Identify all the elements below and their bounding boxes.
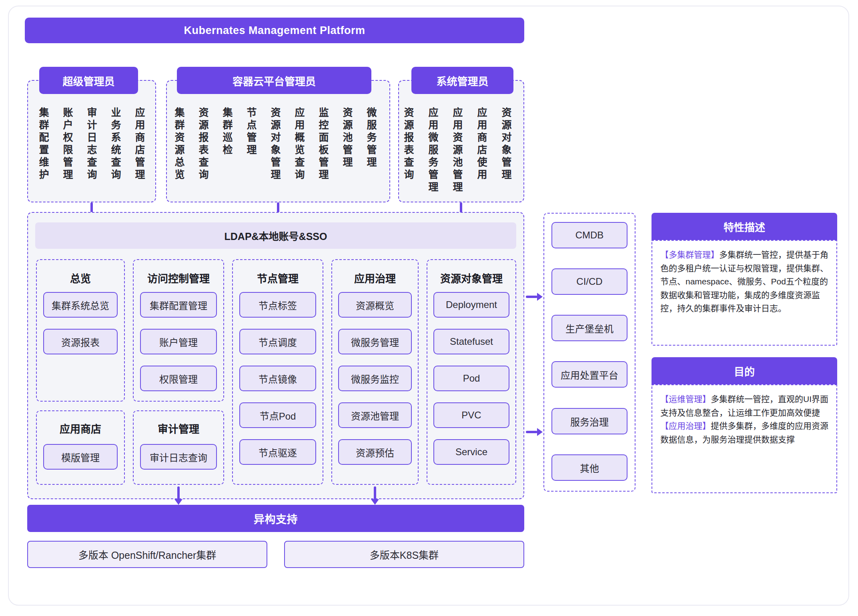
module-chip: 节点Pod bbox=[239, 402, 316, 428]
module-chip: 审计日志查询 bbox=[140, 444, 217, 470]
role-capability: 资源池管理 bbox=[342, 107, 354, 169]
kubernetes-platform-diagram: Kubernates Management Platform 超级管理员 集群配… bbox=[0, 0, 858, 616]
role-capability: 监控面板管理 bbox=[318, 107, 330, 182]
role-capability: 集群配置维护 bbox=[38, 107, 50, 182]
module-chip: Service bbox=[433, 439, 509, 465]
integration-chip: 其他 bbox=[551, 454, 627, 481]
integrations-column bbox=[543, 213, 635, 492]
hetero-support-banner: 异构支持 bbox=[27, 505, 524, 532]
purpose-entry: 【运维管理】多集群统一管控，直观的UI界面支持及信息整合，让运维工作更加高效便捷 bbox=[660, 392, 828, 419]
module-chip: 节点驱逐 bbox=[239, 439, 316, 465]
purpose-panel-title: 目的 bbox=[652, 357, 837, 384]
role-capability: 资源对象管理 bbox=[270, 107, 282, 182]
role-capability: 应用微服务管理 bbox=[428, 107, 440, 194]
role-capability: 应用商店使用 bbox=[477, 107, 489, 182]
role-capability: 业务系统查询 bbox=[110, 107, 122, 182]
module-chip: Statefuset bbox=[433, 329, 509, 354]
module-title: 应用商店 bbox=[36, 421, 125, 436]
module-chip: 节点镜像 bbox=[239, 366, 316, 391]
module-chip: 集群配置管理 bbox=[140, 292, 217, 318]
module-chip: 节点标签 bbox=[239, 292, 316, 318]
module-title: 总览 bbox=[36, 270, 125, 285]
integration-chip: 应用处置平台 bbox=[551, 361, 627, 388]
role-capability: 资源报表查询 bbox=[403, 107, 415, 182]
feature-panel-body: 【多集群管理】多集群统一管控，提供基于角色的多租户统一认证与权限管理，提供集群、… bbox=[652, 240, 837, 346]
purpose-panel-body: 【运维管理】多集群统一管控，直观的UI界面支持及信息整合，让运维工作更加高效便捷… bbox=[652, 384, 837, 493]
module-chip: 资源池管理 bbox=[338, 402, 412, 428]
role-capability: 应用资源池管理 bbox=[452, 107, 464, 194]
role-header-system-admin: 系统管理员 bbox=[411, 67, 513, 94]
auth-bar: LDAP&本地账号&SSO bbox=[35, 222, 516, 249]
module-title: 应用治理 bbox=[331, 270, 419, 285]
module-chip: 微服务管理 bbox=[338, 329, 412, 354]
module-chip: Deployment bbox=[433, 292, 509, 318]
purpose-tag: 【运维管理】 bbox=[660, 394, 711, 404]
role-capability: 微服务管理 bbox=[366, 107, 378, 169]
module-title: 审计管理 bbox=[133, 421, 224, 436]
module-chip: 权限管理 bbox=[140, 366, 217, 391]
role-header-platform-admin: 容器云平台管理员 bbox=[177, 67, 371, 94]
integration-chip: 生产堡垒机 bbox=[551, 315, 627, 341]
feature-tag: 【多集群管理】 bbox=[660, 250, 719, 259]
module-chip: 资源报表 bbox=[43, 329, 118, 354]
feature-panel-title: 特性描述 bbox=[652, 213, 837, 240]
flow-arrow-down bbox=[174, 486, 182, 505]
integration-chip: CMDB bbox=[551, 222, 627, 248]
flow-arrow-right bbox=[526, 293, 543, 301]
hetero-cluster-k8s: 多版本K8S集群 bbox=[284, 541, 524, 568]
module-chip: 模版管理 bbox=[43, 444, 118, 470]
role-capability: 节点管理 bbox=[246, 107, 258, 157]
flow-arrow-right bbox=[526, 428, 543, 436]
role-capability: 应用商店管理 bbox=[134, 107, 146, 182]
flow-arrow-down bbox=[371, 486, 379, 505]
feature-text: 多集群统一管控，提供基于角色的多租户统一认证与权限管理，提供集群、节点、name… bbox=[660, 250, 828, 313]
role-capability: 集群巡检 bbox=[222, 107, 234, 157]
purpose-tag: 【应用治理】 bbox=[660, 421, 711, 430]
role-capability: 资源报表查询 bbox=[198, 107, 210, 182]
role-capability: 资源对象管理 bbox=[501, 107, 513, 182]
module-title: 资源对象管理 bbox=[427, 270, 516, 285]
role-capability: 应用概览查询 bbox=[294, 107, 306, 182]
module-chip: 资源概览 bbox=[338, 292, 412, 318]
module-chip: Pod bbox=[433, 366, 509, 391]
role-capability: 审计日志查询 bbox=[86, 107, 98, 182]
page-title: Kubernates Management Platform bbox=[25, 18, 524, 43]
purpose-entry: 【应用治理】提供多集群，多维度的应用资源数据信息，为服务治理提供数据支撑 bbox=[660, 419, 828, 446]
role-capability: 集群资源总览 bbox=[174, 107, 186, 182]
module-chip: 资源预估 bbox=[338, 439, 412, 465]
module-chip: 微服务监控 bbox=[338, 366, 412, 391]
integration-chip: 服务治理 bbox=[551, 408, 627, 434]
module-title: 访问控制管理 bbox=[133, 270, 224, 285]
role-capability: 账户权限管理 bbox=[62, 107, 74, 182]
role-header-super-admin: 超级管理员 bbox=[39, 67, 138, 94]
module-chip: 节点调度 bbox=[239, 329, 316, 354]
module-chip: 集群系统总览 bbox=[43, 292, 118, 318]
module-title: 节点管理 bbox=[232, 270, 323, 285]
module-chip: 账户管理 bbox=[140, 329, 217, 354]
integration-chip: CI/CD bbox=[551, 268, 627, 295]
hetero-cluster-openshift: 多版本 OpenShift/Rancher集群 bbox=[27, 541, 267, 568]
module-chip: PVC bbox=[433, 402, 509, 428]
